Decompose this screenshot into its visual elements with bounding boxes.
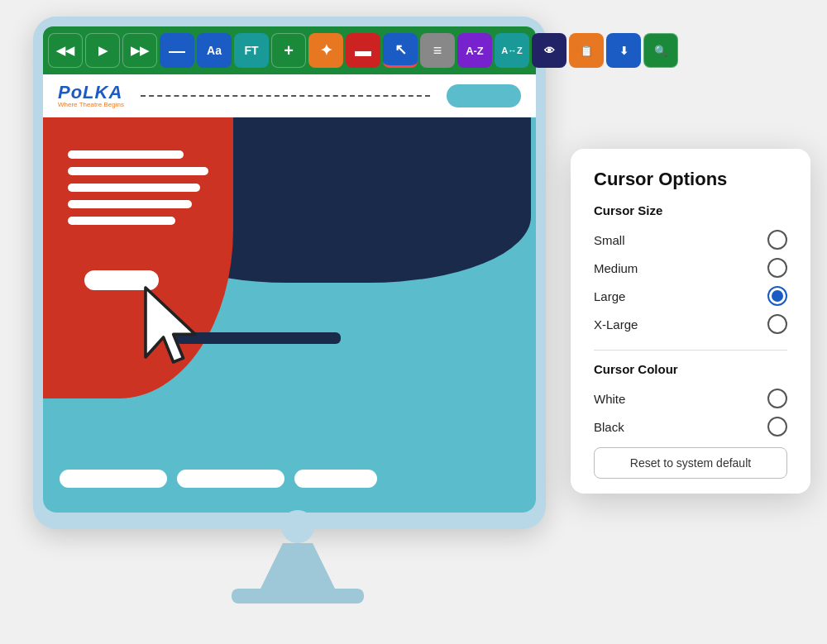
stand-neck (261, 543, 335, 589)
content-line-1 (68, 150, 184, 159)
accessibility-btn[interactable]: 👁 (532, 33, 566, 68)
toolbar: ◀◀ ▶ ▶▶ — Aa FT + ✦ ▬ ↖ ≡ A-Z A↔Z 👁 📋 ⬇ … (43, 26, 536, 74)
screen-content (43, 117, 536, 513)
colour-black-radio[interactable] (767, 417, 787, 436)
divider (594, 350, 787, 351)
polka-logo: PoLKA Where Theatre Begins (58, 83, 124, 108)
stand-foot (232, 589, 364, 603)
colour-white-row[interactable]: White (594, 384, 787, 413)
lines-btn[interactable]: ≡ (420, 33, 455, 68)
colour-white-radio[interactable] (767, 389, 787, 408)
content-line-4 (68, 200, 192, 208)
plus-btn[interactable]: + (271, 33, 306, 68)
bottom-btn-2 (177, 470, 284, 488)
content-line-5 (68, 217, 175, 225)
content-line-3 (68, 184, 200, 192)
monitor-stand (232, 539, 364, 603)
size-medium-radio[interactable] (767, 258, 787, 278)
size-medium-label: Medium (594, 261, 638, 275)
size-large-label: Large (594, 289, 625, 303)
size-medium-row[interactable]: Medium (594, 254, 787, 282)
svg-marker-0 (146, 288, 195, 362)
clipboard-btn[interactable]: 📋 (569, 33, 604, 68)
panel-title: Cursor Options (594, 169, 787, 190)
size-xlarge-radio[interactable] (767, 314, 787, 334)
reset-button[interactable]: Reset to system default (594, 447, 787, 479)
minus-btn[interactable]: — (160, 33, 194, 68)
rewind-btn[interactable]: ◀◀ (48, 33, 83, 68)
fast-forward-btn[interactable]: ▶▶ (122, 33, 157, 68)
size-small-label: Small (594, 233, 625, 247)
polka-header: PoLKA Where Theatre Begins (43, 74, 536, 117)
size-large-radio[interactable] (767, 286, 787, 306)
size-small-row[interactable]: Small (594, 226, 787, 254)
content-lines (68, 150, 208, 225)
size-xlarge-label: X-Large (594, 317, 638, 332)
colour-white-label: White (594, 392, 625, 406)
polka-header-btn[interactable] (447, 84, 521, 107)
play-btn[interactable]: ▶ (85, 33, 120, 68)
size-xlarge-row[interactable]: X-Large (594, 310, 787, 338)
polka-tagline: Where Theatre Begins (58, 102, 124, 108)
color-wheel-btn[interactable]: ✦ (308, 33, 343, 68)
cursor-colour-label: Cursor Colour (594, 362, 787, 376)
screen: PoLKA Where Theatre Begins (43, 74, 536, 513)
colour-black-row[interactable]: Black (594, 413, 787, 441)
cursor-btn[interactable]: ↖ (383, 33, 418, 68)
bottom-buttons (60, 470, 377, 488)
ft-btn[interactable]: FT (234, 33, 269, 68)
stand-ball (281, 510, 314, 543)
polka-logo-text: PoLKA (58, 83, 124, 102)
size-large-row[interactable]: Large (594, 282, 787, 310)
bottom-btn-1 (60, 470, 167, 488)
colour-black-label: Black (594, 420, 624, 434)
polka-nav (141, 95, 430, 97)
bottom-btn-3 (294, 470, 377, 488)
cursor-size-label: Cursor Size (594, 203, 787, 217)
size-small-radio[interactable] (767, 230, 787, 250)
dictionary-btn[interactable]: A-Z (457, 33, 492, 68)
cursor-options-panel: Cursor Options Cursor Size Small Medium … (571, 149, 810, 494)
monitor: ◀◀ ▶ ▶▶ — Aa FT + ✦ ▬ ↖ ≡ A-Z A↔Z 👁 📋 ⬇ … (33, 17, 562, 612)
zoom-btn[interactable]: 🔍 (643, 33, 678, 68)
highlight-btn[interactable]: ▬ (346, 33, 380, 68)
download-btn[interactable]: ⬇ (606, 33, 641, 68)
nav-line (141, 95, 430, 97)
content-line-2 (68, 167, 208, 175)
monitor-body: ◀◀ ▶ ▶▶ — Aa FT + ✦ ▬ ↖ ≡ A-Z A↔Z 👁 📋 ⬇ … (33, 17, 546, 529)
cursor-icon (134, 283, 217, 382)
text-size-btn[interactable]: Aa (197, 33, 232, 68)
translate-btn[interactable]: A↔Z (495, 33, 529, 68)
